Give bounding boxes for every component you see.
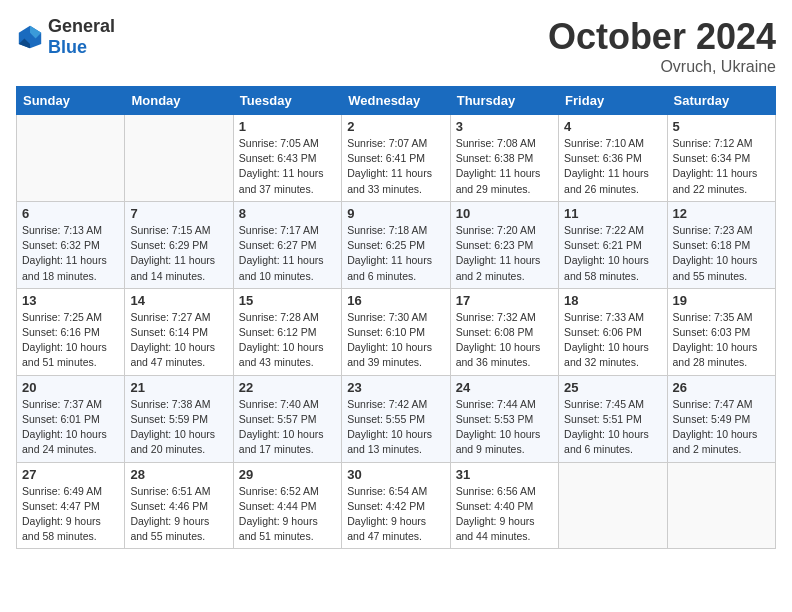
weekday-header-monday: Monday xyxy=(125,87,233,115)
day-info: Sunrise: 7:30 AM Sunset: 6:10 PM Dayligh… xyxy=(347,310,444,371)
day-number: 11 xyxy=(564,206,661,221)
week-row-1: 1Sunrise: 7:05 AM Sunset: 6:43 PM Daylig… xyxy=(17,115,776,202)
day-number: 30 xyxy=(347,467,444,482)
weekday-header-tuesday: Tuesday xyxy=(233,87,341,115)
day-info: Sunrise: 7:47 AM Sunset: 5:49 PM Dayligh… xyxy=(673,397,770,458)
day-number: 27 xyxy=(22,467,119,482)
day-info: Sunrise: 7:25 AM Sunset: 6:16 PM Dayligh… xyxy=(22,310,119,371)
day-info: Sunrise: 6:51 AM Sunset: 4:46 PM Dayligh… xyxy=(130,484,227,545)
day-info: Sunrise: 7:12 AM Sunset: 6:34 PM Dayligh… xyxy=(673,136,770,197)
day-cell: 12Sunrise: 7:23 AM Sunset: 6:18 PM Dayli… xyxy=(667,201,775,288)
day-info: Sunrise: 7:17 AM Sunset: 6:27 PM Dayligh… xyxy=(239,223,336,284)
week-row-3: 13Sunrise: 7:25 AM Sunset: 6:16 PM Dayli… xyxy=(17,288,776,375)
day-cell xyxy=(667,462,775,549)
day-info: Sunrise: 7:07 AM Sunset: 6:41 PM Dayligh… xyxy=(347,136,444,197)
day-info: Sunrise: 6:56 AM Sunset: 4:40 PM Dayligh… xyxy=(456,484,553,545)
logo-blue: Blue xyxy=(48,37,87,57)
day-cell: 3Sunrise: 7:08 AM Sunset: 6:38 PM Daylig… xyxy=(450,115,558,202)
day-number: 29 xyxy=(239,467,336,482)
day-cell: 21Sunrise: 7:38 AM Sunset: 5:59 PM Dayli… xyxy=(125,375,233,462)
day-cell: 22Sunrise: 7:40 AM Sunset: 5:57 PM Dayli… xyxy=(233,375,341,462)
day-cell: 23Sunrise: 7:42 AM Sunset: 5:55 PM Dayli… xyxy=(342,375,450,462)
day-cell: 25Sunrise: 7:45 AM Sunset: 5:51 PM Dayli… xyxy=(559,375,667,462)
day-number: 7 xyxy=(130,206,227,221)
day-number: 5 xyxy=(673,119,770,134)
day-number: 4 xyxy=(564,119,661,134)
day-number: 20 xyxy=(22,380,119,395)
day-info: Sunrise: 7:05 AM Sunset: 6:43 PM Dayligh… xyxy=(239,136,336,197)
day-cell xyxy=(17,115,125,202)
day-number: 13 xyxy=(22,293,119,308)
logo-text: General Blue xyxy=(48,16,115,58)
logo: General Blue xyxy=(16,16,115,58)
day-cell: 9Sunrise: 7:18 AM Sunset: 6:25 PM Daylig… xyxy=(342,201,450,288)
day-info: Sunrise: 7:33 AM Sunset: 6:06 PM Dayligh… xyxy=(564,310,661,371)
day-number: 14 xyxy=(130,293,227,308)
day-cell xyxy=(125,115,233,202)
day-number: 26 xyxy=(673,380,770,395)
day-info: Sunrise: 7:32 AM Sunset: 6:08 PM Dayligh… xyxy=(456,310,553,371)
day-info: Sunrise: 7:20 AM Sunset: 6:23 PM Dayligh… xyxy=(456,223,553,284)
day-info: Sunrise: 6:54 AM Sunset: 4:42 PM Dayligh… xyxy=(347,484,444,545)
day-number: 2 xyxy=(347,119,444,134)
day-number: 16 xyxy=(347,293,444,308)
day-info: Sunrise: 7:27 AM Sunset: 6:14 PM Dayligh… xyxy=(130,310,227,371)
day-info: Sunrise: 7:35 AM Sunset: 6:03 PM Dayligh… xyxy=(673,310,770,371)
day-cell: 11Sunrise: 7:22 AM Sunset: 6:21 PM Dayli… xyxy=(559,201,667,288)
day-info: Sunrise: 7:18 AM Sunset: 6:25 PM Dayligh… xyxy=(347,223,444,284)
day-number: 25 xyxy=(564,380,661,395)
title-block: October 2024 Ovruch, Ukraine xyxy=(548,16,776,76)
day-number: 18 xyxy=(564,293,661,308)
day-number: 19 xyxy=(673,293,770,308)
day-cell: 10Sunrise: 7:20 AM Sunset: 6:23 PM Dayli… xyxy=(450,201,558,288)
day-info: Sunrise: 7:40 AM Sunset: 5:57 PM Dayligh… xyxy=(239,397,336,458)
calendar-table: SundayMondayTuesdayWednesdayThursdayFrid… xyxy=(16,86,776,549)
day-cell xyxy=(559,462,667,549)
day-cell: 8Sunrise: 7:17 AM Sunset: 6:27 PM Daylig… xyxy=(233,201,341,288)
day-cell: 19Sunrise: 7:35 AM Sunset: 6:03 PM Dayli… xyxy=(667,288,775,375)
day-number: 31 xyxy=(456,467,553,482)
week-row-2: 6Sunrise: 7:13 AM Sunset: 6:32 PM Daylig… xyxy=(17,201,776,288)
day-cell: 1Sunrise: 7:05 AM Sunset: 6:43 PM Daylig… xyxy=(233,115,341,202)
week-row-5: 27Sunrise: 6:49 AM Sunset: 4:47 PM Dayli… xyxy=(17,462,776,549)
day-number: 15 xyxy=(239,293,336,308)
day-number: 28 xyxy=(130,467,227,482)
day-info: Sunrise: 7:15 AM Sunset: 6:29 PM Dayligh… xyxy=(130,223,227,284)
day-cell: 2Sunrise: 7:07 AM Sunset: 6:41 PM Daylig… xyxy=(342,115,450,202)
weekday-header-sunday: Sunday xyxy=(17,87,125,115)
day-cell: 15Sunrise: 7:28 AM Sunset: 6:12 PM Dayli… xyxy=(233,288,341,375)
day-info: Sunrise: 7:23 AM Sunset: 6:18 PM Dayligh… xyxy=(673,223,770,284)
day-number: 17 xyxy=(456,293,553,308)
day-cell: 6Sunrise: 7:13 AM Sunset: 6:32 PM Daylig… xyxy=(17,201,125,288)
day-info: Sunrise: 7:37 AM Sunset: 6:01 PM Dayligh… xyxy=(22,397,119,458)
day-number: 24 xyxy=(456,380,553,395)
day-info: Sunrise: 7:38 AM Sunset: 5:59 PM Dayligh… xyxy=(130,397,227,458)
day-number: 6 xyxy=(22,206,119,221)
day-cell: 16Sunrise: 7:30 AM Sunset: 6:10 PM Dayli… xyxy=(342,288,450,375)
day-cell: 4Sunrise: 7:10 AM Sunset: 6:36 PM Daylig… xyxy=(559,115,667,202)
day-cell: 20Sunrise: 7:37 AM Sunset: 6:01 PM Dayli… xyxy=(17,375,125,462)
day-info: Sunrise: 7:13 AM Sunset: 6:32 PM Dayligh… xyxy=(22,223,119,284)
day-number: 3 xyxy=(456,119,553,134)
day-info: Sunrise: 7:44 AM Sunset: 5:53 PM Dayligh… xyxy=(456,397,553,458)
location-subtitle: Ovruch, Ukraine xyxy=(548,58,776,76)
day-number: 23 xyxy=(347,380,444,395)
day-cell: 28Sunrise: 6:51 AM Sunset: 4:46 PM Dayli… xyxy=(125,462,233,549)
logo-general: General xyxy=(48,16,115,36)
day-cell: 17Sunrise: 7:32 AM Sunset: 6:08 PM Dayli… xyxy=(450,288,558,375)
day-info: Sunrise: 7:22 AM Sunset: 6:21 PM Dayligh… xyxy=(564,223,661,284)
day-cell: 13Sunrise: 7:25 AM Sunset: 6:16 PM Dayli… xyxy=(17,288,125,375)
day-number: 22 xyxy=(239,380,336,395)
day-cell: 31Sunrise: 6:56 AM Sunset: 4:40 PM Dayli… xyxy=(450,462,558,549)
day-info: Sunrise: 7:10 AM Sunset: 6:36 PM Dayligh… xyxy=(564,136,661,197)
day-cell: 7Sunrise: 7:15 AM Sunset: 6:29 PM Daylig… xyxy=(125,201,233,288)
day-cell: 18Sunrise: 7:33 AM Sunset: 6:06 PM Dayli… xyxy=(559,288,667,375)
day-cell: 30Sunrise: 6:54 AM Sunset: 4:42 PM Dayli… xyxy=(342,462,450,549)
month-year-title: October 2024 xyxy=(548,16,776,58)
day-info: Sunrise: 6:52 AM Sunset: 4:44 PM Dayligh… xyxy=(239,484,336,545)
weekday-header-saturday: Saturday xyxy=(667,87,775,115)
day-number: 9 xyxy=(347,206,444,221)
day-cell: 5Sunrise: 7:12 AM Sunset: 6:34 PM Daylig… xyxy=(667,115,775,202)
day-info: Sunrise: 7:08 AM Sunset: 6:38 PM Dayligh… xyxy=(456,136,553,197)
day-info: Sunrise: 6:49 AM Sunset: 4:47 PM Dayligh… xyxy=(22,484,119,545)
